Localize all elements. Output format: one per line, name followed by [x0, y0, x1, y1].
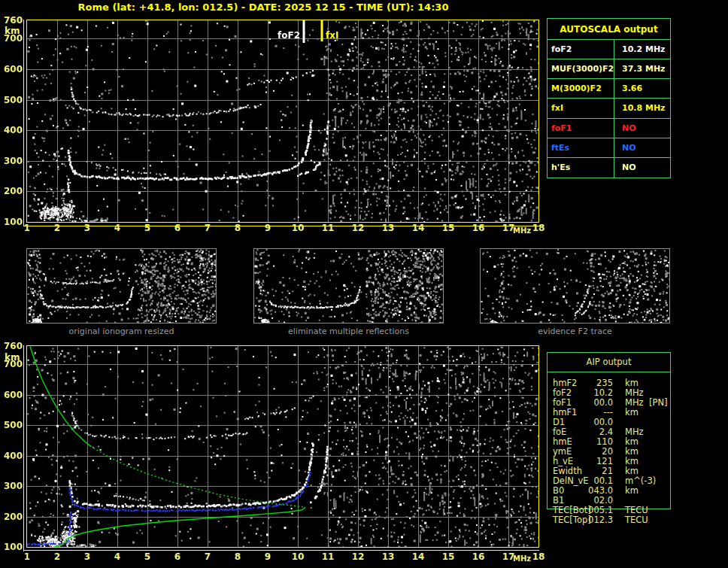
x-tick-label-top: 18: [527, 223, 550, 233]
x-tick-label-top: 2: [46, 223, 68, 233]
thumbnail-evidence-f2: [480, 248, 670, 323]
y-tick-label-bottom: 700: [2, 359, 23, 369]
autoscala-row-m3000f2: M(3000)F23.66: [548, 79, 670, 99]
y-tick-label-bottom: 400: [2, 451, 23, 461]
autoscala-row-value: 10.8 MHz: [614, 99, 670, 117]
aip-row-value: 012.3: [553, 515, 613, 525]
thumbnail-caption-3: evidence F2 trace: [480, 327, 670, 336]
x-tick-label-bottom: 6: [166, 551, 189, 562]
bottom-ionogram-plot: [26, 345, 539, 548]
aip-row-unit: TECU: [625, 515, 648, 525]
autoscala-row-label: foF2: [548, 40, 614, 59]
aip-output-table: AIP output hmF2235kmfoF210.2MHzfoF100.0M…: [547, 352, 671, 533]
aip-table-header: AIP output: [547, 357, 671, 367]
y-tick-label-top: 200: [2, 186, 23, 196]
y-tick-label-bottom: 760: [2, 341, 23, 351]
x-tick-label-bottom: 2: [46, 551, 68, 562]
autoscala-window: Rome (lat: +41.8, lon: 012.5) - DATE: 20…: [0, 0, 728, 568]
x-tick-label-top: 15: [437, 223, 460, 233]
autoscala-row-fof1: foF1NO: [548, 119, 670, 138]
y-tick-label-bottom: 100: [2, 542, 23, 552]
bottom-plot-outer-baseline: [23, 550, 539, 551]
x-tick-label-top: 5: [136, 223, 159, 233]
x-tick-label-bottom: 18: [527, 551, 550, 562]
autoscala-row-value: NO: [614, 119, 670, 138]
x-tick-label-top: 3: [76, 223, 99, 233]
x-tick-label-top: 11: [317, 223, 339, 233]
y-tick-label-top: 760: [2, 15, 23, 26]
page-title: Rome (lat: +41.8, lon: 012.5) - DATE: 20…: [0, 2, 526, 13]
x-tick-label-bottom: 15: [437, 551, 460, 562]
autoscala-row-hes: h'EsNO: [548, 158, 670, 178]
y-tick-label-top: 500: [2, 95, 23, 105]
autoscala-table-header: AUTOSCALA output: [548, 19, 670, 40]
thumbnail-caption-2: eliminate multiple reflections: [253, 327, 444, 336]
x-tick-label-top: 13: [377, 223, 399, 233]
autoscala-row-ftes: ftEsNO: [548, 138, 670, 158]
y-tick-label-top: 700: [2, 33, 23, 44]
x-tick-label-top: 14: [407, 223, 429, 233]
aip-row-unit: km: [625, 486, 639, 496]
aip-row-unit: km: [625, 408, 639, 418]
x-tick-label-top: 4: [106, 223, 129, 233]
x-tick-label-top: 6: [166, 223, 189, 233]
x-tick-label-bottom: 11: [317, 551, 339, 562]
x-tick-label-bottom: 16: [467, 551, 490, 562]
x-tick-label-top: 17: [497, 223, 520, 233]
aip-header-divider: [547, 372, 671, 372]
y-tick-label-top: 600: [2, 64, 23, 74]
autoscala-row-value: 10.2 MHz: [614, 40, 670, 59]
x-tick-label-top: 7: [196, 223, 219, 233]
x-tick-label-bottom: 1: [16, 551, 38, 562]
aip-row-tectop: TEC[Top]012.3TECU: [547, 515, 671, 525]
bottom-plot-outer-axis-line: [23, 345, 24, 551]
top-plot-outer-baseline: [23, 226, 539, 226]
autoscala-row-muf3000f2: MUF(3000)F237.3 MHz: [548, 59, 670, 79]
y-tick-label-bottom: 200: [2, 512, 23, 522]
x-tick-label-top: 12: [347, 223, 369, 233]
y-tick-label-bottom: 600: [2, 390, 23, 400]
x-tick-label-bottom: 3: [76, 551, 99, 562]
x-tick-label-bottom: 10: [287, 551, 309, 562]
autoscala-row-label: foF1: [548, 119, 614, 138]
autoscala-row-fxi: fxI10.8 MHz: [548, 99, 670, 118]
autoscala-row-value: NO: [614, 158, 670, 178]
autoscala-row-fof2: foF210.2 MHz: [548, 40, 670, 59]
x-tick-label-top: 9: [256, 223, 279, 233]
thumbnail-eliminate-reflections: [253, 248, 444, 323]
autoscala-output-table: AUTOSCALA output foF210.2 MHzMUF(3000)F2…: [547, 18, 671, 178]
x-tick-label-bottom: 13: [377, 551, 399, 562]
x-tick-label-bottom: 14: [407, 551, 429, 562]
x-tick-label-top: 8: [226, 223, 249, 233]
x-tick-label-bottom: 7: [196, 551, 219, 562]
x-tick-label-bottom: 8: [226, 551, 249, 562]
x-tick-label-top: 1: [16, 223, 38, 233]
x-tick-label-top: 10: [287, 223, 309, 233]
autoscala-row-label: M(3000)F2: [548, 79, 614, 98]
x-tick-label-bottom: 12: [347, 551, 369, 562]
autoscala-row-value: NO: [614, 138, 670, 157]
autoscala-row-label: fxI: [548, 99, 614, 117]
aip-row-extra: [PN]: [649, 398, 668, 408]
x-tick-label-bottom: 5: [136, 551, 159, 562]
y-tick-label-top: 300: [2, 156, 23, 166]
autoscala-row-label: h'Es: [548, 158, 614, 178]
y-tick-label-bottom: 500: [2, 420, 23, 430]
x-tick-label-bottom: 4: [106, 551, 129, 562]
autoscala-row-label: ftEs: [548, 138, 614, 157]
y-tick-label-bottom: 300: [2, 481, 23, 491]
thumbnail-caption-1: original ionogram resized: [26, 327, 217, 336]
x-tick-label-bottom: 9: [256, 551, 279, 562]
top-ionogram-plot: [26, 20, 539, 223]
y-tick-label-top: 400: [2, 125, 23, 135]
autoscala-row-value: 37.3 MHz: [614, 59, 670, 78]
autoscala-row-label: MUF(3000)F2: [548, 59, 614, 78]
thumbnail-original-ionogram: [26, 248, 217, 323]
top-plot-outer-axis-line: [23, 20, 24, 226]
x-tick-label-bottom: 17: [497, 551, 520, 562]
autoscala-row-value: 3.66: [614, 79, 670, 98]
x-tick-label-top: 16: [467, 223, 490, 233]
